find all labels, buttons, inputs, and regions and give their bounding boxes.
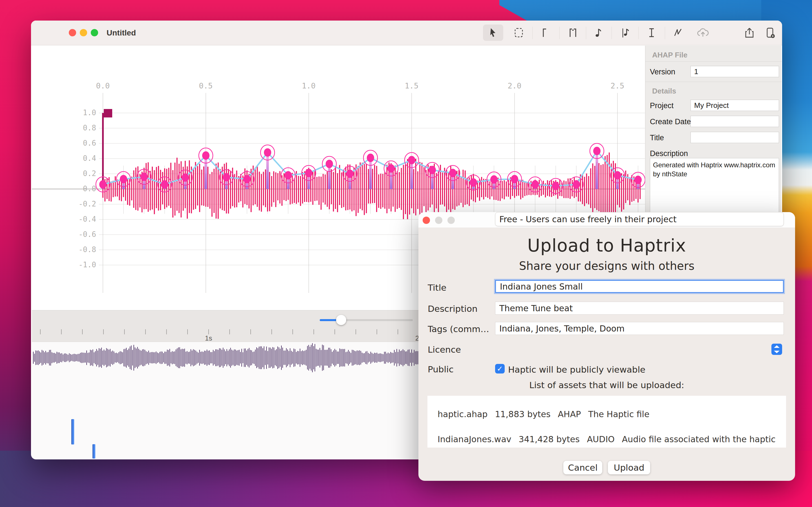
upload-cloud-icon xyxy=(696,26,710,39)
upload-title-label: Title xyxy=(428,283,446,293)
dialog-close-button[interactable] xyxy=(423,217,430,224)
tool-pointer[interactable] xyxy=(483,24,503,41)
asset-row[interactable]: IndianaJones.wav 341,428 bytes AUDIO Aud… xyxy=(438,434,776,444)
zoom-button[interactable] xyxy=(91,29,98,36)
svg-text:0.6: 0.6 xyxy=(83,139,96,147)
title-field[interactable] xyxy=(691,132,779,143)
tool-transient[interactable] xyxy=(535,24,555,41)
svg-text:-0.2: -0.2 xyxy=(79,200,96,208)
tool-audio-note-line[interactable] xyxy=(615,24,635,41)
public-checkbox-label: Haptic will be publicly viewable xyxy=(508,364,645,375)
window-title: Untitled xyxy=(107,29,136,38)
svg-text:-0.6: -0.6 xyxy=(79,230,96,238)
svg-text:1.0: 1.0 xyxy=(302,81,316,90)
asset-size: 341,428 bytes xyxy=(519,434,580,444)
licence-select[interactable]: Free - Users can use freely in their pro… xyxy=(495,212,784,226)
assets-list-title: List of assets that will be uploaded: xyxy=(418,380,795,390)
share-button[interactable] xyxy=(739,24,760,41)
svg-text:0.0: 0.0 xyxy=(83,184,96,193)
asset-name: IndianaJones.wav xyxy=(438,434,511,444)
upload-cloud-button[interactable] xyxy=(693,24,713,41)
pointer-icon xyxy=(488,27,499,38)
svg-text:-0.4: -0.4 xyxy=(79,215,96,223)
transient-icon xyxy=(540,27,551,38)
share-icon xyxy=(743,26,756,39)
haptic-event-bar[interactable] xyxy=(71,419,74,445)
version-field[interactable]: 1 xyxy=(691,66,779,77)
asset-desc: The Haptic file xyxy=(588,409,649,419)
version-label: Version xyxy=(650,68,675,76)
tool-curve[interactable] xyxy=(668,24,688,41)
minimize-button[interactable] xyxy=(80,29,87,36)
create-date-field[interactable] xyxy=(691,116,779,127)
section-details: Details xyxy=(652,87,676,96)
public-checkbox[interactable] xyxy=(495,364,505,374)
toolbar-separator xyxy=(559,27,560,39)
marquee-icon xyxy=(513,27,524,38)
toolbar-separator xyxy=(586,27,586,39)
zoom-slider[interactable] xyxy=(320,319,413,321)
titlebar: Untitled xyxy=(31,20,782,45)
upload-tags-label: Tags (comm… xyxy=(428,324,494,334)
upload-description-label: Description xyxy=(428,304,477,314)
close-button[interactable] xyxy=(69,29,76,36)
tool-continuous[interactable] xyxy=(563,24,583,41)
project-field[interactable]: My Project xyxy=(691,100,779,111)
dialog-zoom-button xyxy=(448,217,455,224)
svg-text:2.5: 2.5 xyxy=(611,81,624,90)
dialog-heading: Upload to Haptrix xyxy=(418,235,795,256)
asset-row[interactable]: haptic.ahap 11,883 bytes AHAP The Haptic… xyxy=(438,409,649,419)
upload-licence-label: Licence xyxy=(428,344,461,355)
toolbar-separator xyxy=(665,27,665,39)
asset-desc: Audio file associated with the haptic xyxy=(622,434,776,444)
svg-text:2.0: 2.0 xyxy=(508,81,522,90)
upload-description-input[interactable]: Theme Tune beat xyxy=(495,302,784,315)
project-label: Project xyxy=(650,101,673,110)
tool-text-cursor[interactable] xyxy=(642,24,662,41)
create-date-label: Create Date xyxy=(650,117,691,126)
description-label: Description xyxy=(650,149,688,158)
section-ahap-file: AHAP File xyxy=(652,51,688,59)
public-label: Public xyxy=(428,364,454,374)
svg-text:0.0: 0.0 xyxy=(96,81,110,90)
dialog-subtitle: Share your designs with others xyxy=(418,260,795,272)
svg-text:1.5: 1.5 xyxy=(405,81,419,90)
asset-type: AUDIO xyxy=(587,434,615,444)
asset-size: 11,883 bytes xyxy=(495,409,550,419)
select-stepper-icon[interactable] xyxy=(771,344,782,355)
svg-text:0.2: 0.2 xyxy=(83,169,96,178)
svg-text:-0.8: -0.8 xyxy=(79,245,96,254)
title-label: Title xyxy=(650,133,664,142)
tool-audio-note[interactable] xyxy=(589,24,609,41)
assets-list: haptic.ahap 11,883 bytes AHAP The Haptic… xyxy=(427,396,786,448)
svg-text:1s: 1s xyxy=(205,334,212,342)
divider xyxy=(645,61,781,62)
upload-dialog: Upload to Haptrix Share your designs wit… xyxy=(418,212,795,481)
asset-type: AHAP xyxy=(558,409,581,419)
send-to-device-button[interactable] xyxy=(760,24,780,41)
device-play-icon xyxy=(764,26,776,39)
zoom-slider-thumb[interactable] xyxy=(336,315,346,325)
asset-name: haptic.ahap xyxy=(438,409,488,419)
svg-text:-1.0: -1.0 xyxy=(79,261,96,269)
svg-text:0.8: 0.8 xyxy=(83,124,96,132)
curve-icon xyxy=(672,27,684,38)
toolbar-separator xyxy=(638,27,639,39)
text-cursor-icon xyxy=(646,27,657,38)
svg-text:1.0: 1.0 xyxy=(83,108,96,117)
svg-text:0.4: 0.4 xyxy=(83,154,96,163)
tool-marquee[interactable] xyxy=(509,24,529,41)
upload-button[interactable]: Upload xyxy=(608,461,650,474)
continuous-icon xyxy=(567,27,578,38)
upload-tags-input[interactable]: Indiana, Jones, Temple, Doom xyxy=(495,322,784,335)
note-line-icon xyxy=(619,27,631,38)
upload-title-input[interactable]: Indiana Jones Small xyxy=(495,280,784,293)
svg-text:0.5: 0.5 xyxy=(199,81,213,90)
cancel-button[interactable]: Cancel xyxy=(563,461,602,474)
haptic-event-bar[interactable] xyxy=(93,444,95,459)
toolbar-separator xyxy=(532,27,532,39)
dialog-minimize-button xyxy=(435,217,442,224)
note-icon xyxy=(593,27,604,38)
